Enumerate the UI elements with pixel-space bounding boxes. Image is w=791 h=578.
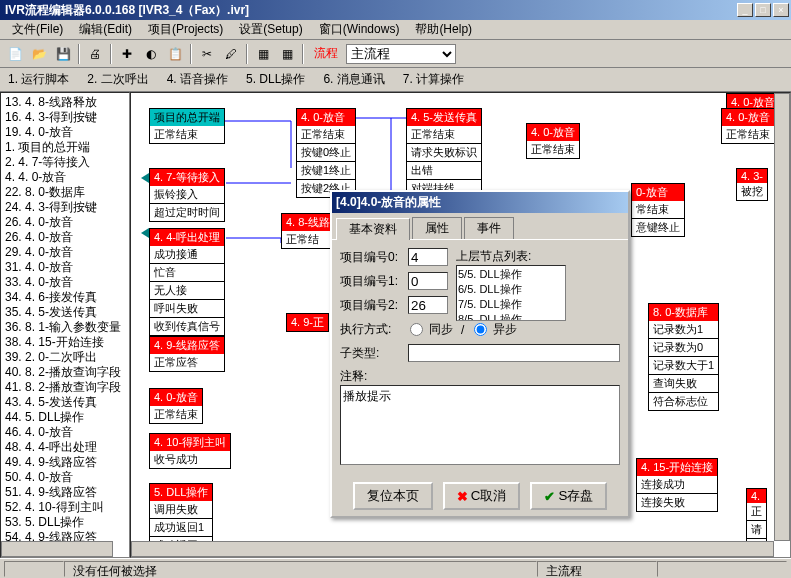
tool-icon[interactable]: 🖊: [220, 43, 242, 65]
new-icon[interactable]: 📄: [4, 43, 26, 65]
tree-item[interactable]: 38. 4. 15-开始连接: [3, 335, 127, 350]
radio-sync[interactable]: [410, 323, 423, 336]
tool-icon[interactable]: ✚: [116, 43, 138, 65]
minimize-button[interactable]: _: [737, 3, 753, 17]
sec-item[interactable]: 4. 语音操作: [167, 71, 228, 88]
tree-item[interactable]: 35. 4. 5-发送传真: [3, 305, 127, 320]
label-item0: 项目编号0:: [340, 249, 404, 266]
save-button[interactable]: ✔S存盘: [530, 482, 607, 510]
flow-node[interactable]: 4. 5-发送传真正常结束请求失败标识出错对端挂线: [406, 108, 482, 198]
tree-item[interactable]: 52. 4. 10-得到主叫: [3, 500, 127, 515]
menu-setup[interactable]: 设置(Setup): [231, 19, 310, 40]
flow-node[interactable]: 4. 8-线路正常结: [281, 213, 335, 249]
textarea-comment[interactable]: [340, 385, 620, 465]
tree-item[interactable]: 26. 4. 0-放音: [3, 215, 127, 230]
tree-item[interactable]: 49. 4. 9-线路应答: [3, 455, 127, 470]
flow-node[interactable]: 4. 0-放音正常结束按键0终止按键1终止按键2终止: [296, 108, 356, 198]
flow-node[interactable]: 4. 4-呼出处理成功接通忙音无人接呼叫失败收到传真信号: [149, 228, 225, 336]
input-item1[interactable]: [408, 272, 448, 290]
flow-node[interactable]: 4. 9-正: [286, 313, 329, 332]
menubar: 文件(File) 编辑(Edit) 项目(Projects) 设置(Setup)…: [0, 20, 791, 40]
input-item0[interactable]: [408, 248, 448, 266]
separator: [190, 44, 192, 64]
cancel-button[interactable]: ✖C取消: [443, 482, 521, 510]
tree-item[interactable]: 1. 项目的总开端: [3, 140, 127, 155]
status-cell: [657, 561, 787, 577]
tree-item[interactable]: 4. 4. 0-放音: [3, 170, 127, 185]
input-subtype[interactable]: [408, 344, 620, 362]
tree-item[interactable]: 44. 5. DLL操作: [3, 410, 127, 425]
tree-item[interactable]: 31. 4. 0-放音: [3, 260, 127, 275]
sec-item[interactable]: 5. DLL操作: [246, 71, 305, 88]
tree-item[interactable]: 26. 4. 0-放音: [3, 230, 127, 245]
window-controls: _ □ ×: [737, 3, 789, 17]
tree-item[interactable]: 39. 2. 0-二次呼出: [3, 350, 127, 365]
tool-icon[interactable]: ▦: [276, 43, 298, 65]
tree-scrollbar-h[interactable]: [1, 541, 113, 557]
tree-item[interactable]: 53. 5. DLL操作: [3, 515, 127, 530]
flow-node[interactable]: 4. 9-线路应答正常应答: [149, 336, 225, 372]
print-icon[interactable]: 🖨: [84, 43, 106, 65]
tab-basic[interactable]: 基本资料: [336, 218, 410, 240]
flow-node[interactable]: 4. 7-等待接入振铃接入超过定时时间: [149, 168, 225, 222]
parent-list[interactable]: 5/5. DLL操作 6/5. DLL操作 7/5. DLL操作 8/5. DL…: [456, 265, 566, 321]
tree-item[interactable]: 13. 4. 8-线路释放: [3, 95, 127, 110]
tree-item[interactable]: 2. 4. 7-等待接入: [3, 155, 127, 170]
tree-item[interactable]: 34. 4. 6-接发传真: [3, 290, 127, 305]
tree-item[interactable]: 33. 4. 0-放音: [3, 275, 127, 290]
flow-node[interactable]: 0-放音常结束意键终止: [631, 183, 685, 237]
tree-item[interactable]: 19. 4. 0-放音: [3, 125, 127, 140]
flow-node[interactable]: 4. 0-放音正常结束: [149, 388, 203, 424]
menu-windows[interactable]: 窗口(Windows): [311, 19, 408, 40]
tree-item[interactable]: 24. 4. 3-得到按键: [3, 200, 127, 215]
tab-events[interactable]: 事件: [464, 217, 514, 239]
radio-async[interactable]: [474, 323, 487, 336]
sec-item[interactable]: 7. 计算操作: [403, 71, 464, 88]
tree-panel: 13. 4. 8-线路释放16. 4. 3-得到按键19. 4. 0-放音1. …: [0, 92, 130, 558]
tree-item[interactable]: 40. 8. 2-播放查询字段: [3, 365, 127, 380]
input-item2[interactable]: [408, 296, 448, 314]
tree-item[interactable]: 43. 4. 5-发送传真: [3, 395, 127, 410]
close-button[interactable]: ×: [773, 3, 789, 17]
tool-icon[interactable]: ✂: [196, 43, 218, 65]
dialog-title: [4.0]4.0-放音的属性: [332, 192, 628, 213]
tree-item[interactable]: 29. 4. 0-放音: [3, 245, 127, 260]
second-toolbar: 1. 运行脚本 2. 二次呼出 4. 语音操作 5. DLL操作 6. 消息通讯…: [0, 68, 791, 92]
canvas-scrollbar-h[interactable]: [131, 541, 774, 557]
menu-projects[interactable]: 项目(Projects): [140, 19, 231, 40]
save-icon[interactable]: 💾: [52, 43, 74, 65]
tree-item[interactable]: 36. 8. 1-输入参数变量: [3, 320, 127, 335]
sec-item[interactable]: 6. 消息通讯: [323, 71, 384, 88]
dialog-tabs: 基本资料 属性 事件: [332, 213, 628, 239]
tab-props[interactable]: 属性: [412, 217, 462, 239]
sec-item[interactable]: 2. 二次呼出: [87, 71, 148, 88]
tree-item[interactable]: 16. 4. 3-得到按键: [3, 110, 127, 125]
flow-node[interactable]: 4. 15-开始连接连接成功连接失败: [636, 458, 718, 512]
tree-item[interactable]: 50. 4. 0-放音: [3, 470, 127, 485]
tool-icon[interactable]: 📋: [164, 43, 186, 65]
tree-item[interactable]: 46. 4. 0-放音: [3, 425, 127, 440]
flow-node[interactable]: 4. 0-放音正常结束: [721, 108, 775, 144]
menu-file[interactable]: 文件(File): [4, 19, 71, 40]
flow-node[interactable]: 4. 3-被挖: [736, 168, 768, 201]
tool-icon[interactable]: ▦: [252, 43, 274, 65]
flow-node[interactable]: 4. 10-得到主叫收号成功: [149, 433, 231, 469]
tree-item[interactable]: 51. 4. 9-线路应答: [3, 485, 127, 500]
open-icon[interactable]: 📂: [28, 43, 50, 65]
flow-node[interactable]: 8. 0-数据库记录数为1记录数为0记录数大于1查询失败符合标志位: [648, 303, 719, 411]
sec-item[interactable]: 1. 运行脚本: [8, 71, 69, 88]
tree-item[interactable]: 48. 4. 4-呼出处理: [3, 440, 127, 455]
maximize-button[interactable]: □: [755, 3, 771, 17]
menu-edit[interactable]: 编辑(Edit): [71, 19, 140, 40]
reset-button[interactable]: 复位本页: [353, 482, 433, 510]
flow-select[interactable]: 主流程: [346, 44, 456, 64]
tree-item[interactable]: 22. 8. 0-数据库: [3, 185, 127, 200]
tree-item[interactable]: 41. 8. 2-播放查询字段: [3, 380, 127, 395]
dialog-buttons: 复位本页 ✖C取消 ✔S存盘: [332, 476, 628, 516]
flow-node[interactable]: 项目的总开端正常结束: [149, 108, 225, 144]
flow-node[interactable]: 4. 0-放音正常结束: [526, 123, 580, 159]
canvas-scrollbar-v[interactable]: [774, 93, 790, 541]
separator: [246, 44, 248, 64]
tool-icon[interactable]: ◐: [140, 43, 162, 65]
menu-help[interactable]: 帮助(Help): [407, 19, 480, 40]
